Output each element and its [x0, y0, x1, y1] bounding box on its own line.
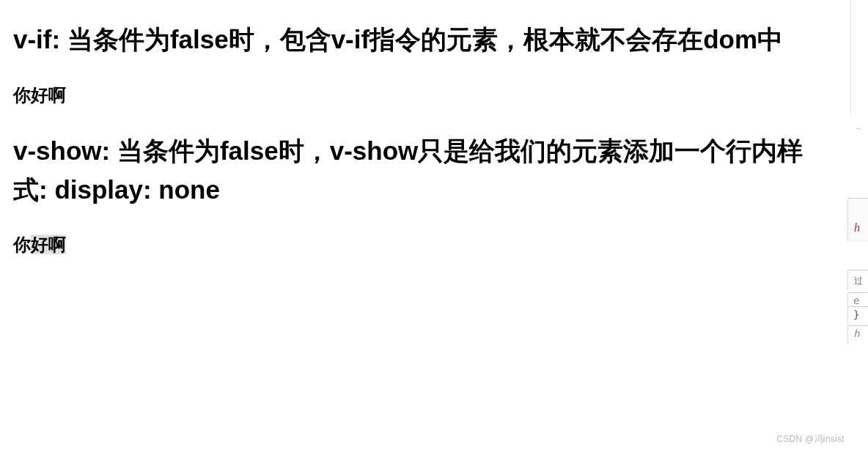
panel-label-hi: h: [853, 328, 859, 339]
right-panel-filter-row[interactable]: 过: [847, 270, 868, 290]
panel-label-h: h: [854, 221, 860, 235]
watermark-text: CSDN @冯insist: [776, 433, 845, 446]
panel-filter-label: 过: [854, 276, 863, 286]
right-panel: ·· h 过 e } h: [847, 0, 868, 450]
heading-vif: v-if: 当条件为false时，包含v-if指令的元素，根本就不会存在dom中: [13, 21, 830, 59]
paragraph-hello-2: 你好啊: [13, 232, 830, 257]
text-selected: 好啊: [31, 235, 66, 254]
text-prefix: 你: [13, 235, 31, 254]
heading-vshow: v-show: 当条件为false时，v-show只是给我们的元素添加一个行内样…: [13, 132, 830, 209]
right-panel-row-hi: h: [847, 325, 868, 344]
collapse-dots-icon[interactable]: ··: [856, 125, 867, 132]
paragraph-hello-1: 你好啊: [13, 83, 830, 108]
right-panel-row-brace: }: [847, 306, 868, 324]
panel-label-e: e: [853, 295, 859, 306]
right-panel-section-h[interactable]: h: [847, 198, 868, 242]
right-panel-top-section: [850, 0, 868, 114]
panel-label-brace: }: [853, 309, 859, 320]
document-content: v-if: 当条件为false时，包含v-if指令的元素，根本就不会存在dom中…: [0, 0, 843, 270]
